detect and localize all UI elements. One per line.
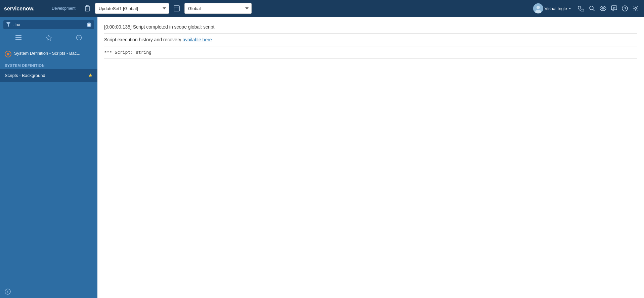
tab-list-view[interactable] — [11, 34, 26, 42]
user-avatar — [533, 3, 543, 13]
svg-marker-22 — [6, 22, 11, 27]
phone-icon-button[interactable] — [577, 4, 586, 13]
svg-rect-16 — [611, 6, 617, 10]
sidebar-tabs — [0, 32, 97, 45]
star-icon — [46, 35, 52, 41]
phone-icon — [578, 5, 584, 11]
svg-rect-28 — [15, 39, 22, 40]
search-icon — [589, 5, 595, 11]
output-line-3: *** Script: string — [104, 49, 637, 56]
svg-rect-26 — [15, 35, 22, 36]
content-area: [0:00:00.135] Script completed in scope … — [97, 17, 644, 298]
collapse-icon — [5, 289, 11, 295]
servicenow-logo-svg: servicenow. — [4, 5, 48, 12]
window-icon — [174, 5, 180, 11]
sidebar-item-scripts-background[interactable]: Scripts - Background ★ — [0, 69, 97, 82]
funnel-icon — [6, 22, 11, 27]
user-name: Vishal Ingle — [545, 6, 567, 11]
svg-point-10 — [590, 6, 593, 10]
clipboard-icon-button[interactable] — [82, 4, 92, 13]
search-result-item[interactable]: System Definition - Scripts - Bac... — [0, 48, 97, 60]
clipboard-icon — [84, 5, 90, 12]
svg-text:servicenow.: servicenow. — [4, 6, 35, 11]
filter-icon — [6, 22, 11, 28]
search-clear-button[interactable] — [87, 23, 91, 27]
divider-1 — [104, 33, 637, 34]
svg-rect-27 — [15, 37, 22, 38]
available-here-link[interactable]: available here — [182, 37, 212, 42]
user-menu-chevron: ▾ — [569, 7, 571, 10]
search-icon-button[interactable] — [588, 4, 596, 13]
user-menu[interactable]: Vishal Ingle ▾ — [533, 3, 571, 13]
svg-text:?: ? — [624, 7, 627, 11]
help-icon: ? — [622, 5, 628, 11]
search-input-wrap — [3, 20, 94, 29]
sidebar-content: System Definition - Scripts - Bac... Sys… — [0, 45, 97, 285]
sidebar: System Definition - Scripts - Bac... Sys… — [0, 17, 97, 298]
svg-point-8 — [536, 6, 540, 9]
sidebar-section-system-definition: System Definition — [0, 60, 97, 69]
brand-area: servicenow. Development — [4, 5, 76, 12]
help-icon-button[interactable]: ? — [620, 4, 629, 13]
divider-2 — [104, 46, 637, 46]
brand-logo: servicenow. — [4, 5, 48, 12]
result-label: System Definition - Scripts - Bac... — [14, 50, 80, 56]
result-indicator-icon — [5, 51, 11, 57]
nav-action-icons: ? — [577, 4, 640, 13]
sidebar-collapse-button[interactable] — [5, 289, 11, 295]
clear-icon — [87, 23, 91, 27]
accessibility-icon — [600, 5, 606, 11]
output-line-2: Script execution history and recovery av… — [104, 36, 637, 43]
chat-icon — [611, 5, 617, 11]
update-set-select[interactable]: UpdateSet1 [Global] — [95, 3, 169, 14]
svg-line-11 — [593, 9, 595, 11]
accessibility-icon-button[interactable] — [598, 4, 608, 13]
window-icon-button[interactable] — [172, 4, 181, 13]
sidebar-search-input[interactable] — [13, 22, 85, 27]
svg-rect-2 — [86, 5, 88, 7]
output-line-1: [0:00:00.135] Script completed in scope … — [104, 24, 637, 31]
sidebar-search-area — [0, 17, 97, 32]
svg-point-30 — [5, 289, 10, 294]
main-area: System Definition - Scripts - Bac... Sys… — [0, 17, 644, 298]
chat-icon-button[interactable] — [610, 4, 618, 13]
list-view-icon — [15, 35, 22, 40]
tab-history[interactable] — [72, 33, 86, 42]
result-icon-inner — [7, 53, 9, 55]
divider-3 — [104, 58, 637, 59]
sidebar-footer — [0, 285, 97, 298]
top-navigation: servicenow. Development UpdateSet1 [Glob… — [0, 0, 644, 17]
avatar-image — [533, 3, 543, 13]
svg-rect-5 — [174, 6, 179, 11]
settings-icon-button[interactable] — [631, 4, 640, 13]
scope-select[interactable]: Global — [184, 3, 252, 14]
nav-item-label: Scripts - Background — [5, 73, 45, 78]
history-icon — [76, 35, 82, 41]
settings-icon — [633, 5, 639, 11]
tab-favorites[interactable] — [42, 34, 56, 42]
output-line-2-text: Script execution history and recovery — [104, 37, 182, 42]
favorite-star-icon[interactable]: ★ — [88, 72, 93, 79]
svg-point-21 — [635, 7, 637, 9]
brand-env-label: Development — [52, 6, 76, 11]
